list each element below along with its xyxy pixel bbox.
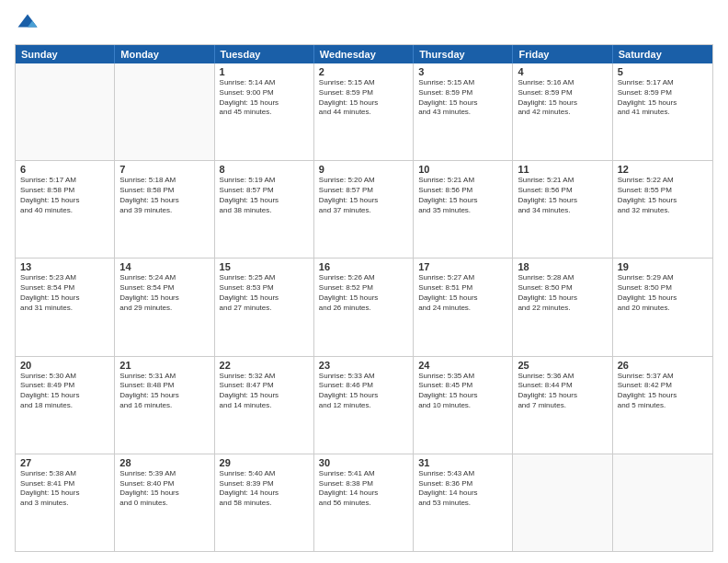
cell-info: Sunrise: 5:32 AM Sunset: 8:47 PM Dayligh…	[220, 372, 309, 411]
cal-cell: 7Sunrise: 5:18 AM Sunset: 8:58 PM Daylig…	[115, 161, 214, 258]
cell-info: Sunrise: 5:19 AM Sunset: 8:57 PM Dayligh…	[220, 176, 309, 215]
cal-cell: 14Sunrise: 5:24 AM Sunset: 8:54 PM Dayli…	[115, 259, 214, 355]
cell-info: Sunrise: 5:25 AM Sunset: 8:53 PM Dayligh…	[220, 273, 309, 313]
day-number: 13	[20, 261, 109, 272]
header-cell-tuesday: Tuesday	[215, 45, 314, 63]
cal-cell	[115, 63, 214, 160]
day-number: 2	[319, 66, 408, 77]
cal-cell: 11Sunrise: 5:21 AM Sunset: 8:56 PM Dayli…	[513, 161, 612, 258]
cell-info: Sunrise: 5:17 AM Sunset: 8:58 PM Dayligh…	[20, 176, 109, 215]
cell-info: Sunrise: 5:37 AM Sunset: 8:42 PM Dayligh…	[618, 372, 708, 411]
cell-info: Sunrise: 5:24 AM Sunset: 8:54 PM Dayligh…	[119, 273, 209, 313]
cell-info: Sunrise: 5:22 AM Sunset: 8:55 PM Dayligh…	[618, 176, 708, 215]
cell-info: Sunrise: 5:39 AM Sunset: 8:40 PM Dayligh…	[119, 469, 209, 509]
cal-cell: 5Sunrise: 5:17 AM Sunset: 8:59 PM Daylig…	[613, 63, 712, 160]
day-number: 24	[418, 360, 507, 371]
calendar-header: SundayMondayTuesdayWednesdayThursdayFrid…	[16, 45, 712, 63]
cal-cell: 19Sunrise: 5:29 AM Sunset: 8:50 PM Dayli…	[613, 259, 712, 355]
day-number: 15	[220, 261, 309, 272]
day-number: 26	[618, 360, 708, 371]
cell-info: Sunrise: 5:20 AM Sunset: 8:57 PM Dayligh…	[319, 176, 408, 215]
day-number: 22	[220, 360, 309, 371]
calendar-row-5: 27Sunrise: 5:38 AM Sunset: 8:41 PM Dayli…	[16, 454, 712, 551]
cal-cell: 31Sunrise: 5:43 AM Sunset: 8:36 PM Dayli…	[414, 454, 513, 551]
cal-cell: 22Sunrise: 5:32 AM Sunset: 8:47 PM Dayli…	[215, 357, 314, 454]
cell-info: Sunrise: 5:36 AM Sunset: 8:44 PM Dayligh…	[518, 372, 607, 411]
day-number: 21	[119, 360, 209, 371]
cal-cell: 23Sunrise: 5:33 AM Sunset: 8:46 PM Dayli…	[314, 357, 414, 454]
day-number: 25	[518, 360, 607, 371]
cal-cell: 10Sunrise: 5:21 AM Sunset: 8:56 PM Dayli…	[414, 161, 513, 258]
cal-cell: 25Sunrise: 5:36 AM Sunset: 8:44 PM Dayli…	[513, 357, 612, 454]
cell-info: Sunrise: 5:15 AM Sunset: 8:59 PM Dayligh…	[319, 78, 408, 118]
day-number: 11	[518, 164, 607, 175]
cal-cell: 24Sunrise: 5:35 AM Sunset: 8:45 PM Dayli…	[414, 357, 513, 454]
cell-info: Sunrise: 5:17 AM Sunset: 8:59 PM Dayligh…	[618, 78, 708, 118]
calendar-row-1: 1Sunrise: 5:14 AM Sunset: 9:00 PM Daylig…	[16, 63, 712, 161]
cal-cell: 4Sunrise: 5:16 AM Sunset: 8:59 PM Daylig…	[513, 63, 612, 160]
cell-info: Sunrise: 5:33 AM Sunset: 8:46 PM Dayligh…	[319, 372, 408, 411]
day-number: 23	[319, 360, 408, 371]
cell-info: Sunrise: 5:28 AM Sunset: 8:50 PM Dayligh…	[518, 273, 607, 313]
cal-cell: 6Sunrise: 5:17 AM Sunset: 8:58 PM Daylig…	[16, 161, 115, 258]
cell-info: Sunrise: 5:26 AM Sunset: 8:52 PM Dayligh…	[319, 273, 408, 313]
cal-cell: 20Sunrise: 5:30 AM Sunset: 8:49 PM Dayli…	[16, 357, 115, 454]
cal-cell: 3Sunrise: 5:15 AM Sunset: 8:59 PM Daylig…	[414, 63, 513, 160]
cal-cell: 12Sunrise: 5:22 AM Sunset: 8:55 PM Dayli…	[613, 161, 712, 258]
cal-cell: 2Sunrise: 5:15 AM Sunset: 8:59 PM Daylig…	[314, 63, 414, 160]
cal-cell: 15Sunrise: 5:25 AM Sunset: 8:53 PM Dayli…	[215, 259, 314, 355]
logo-icon	[15, 11, 40, 37]
cell-info: Sunrise: 5:21 AM Sunset: 8:56 PM Dayligh…	[418, 176, 507, 215]
cell-info: Sunrise: 5:35 AM Sunset: 8:45 PM Dayligh…	[418, 372, 507, 411]
cell-info: Sunrise: 5:41 AM Sunset: 8:38 PM Dayligh…	[319, 469, 408, 509]
header-cell-sunday: Sunday	[16, 45, 115, 63]
day-number: 18	[518, 261, 607, 272]
cell-info: Sunrise: 5:38 AM Sunset: 8:41 PM Dayligh…	[20, 469, 109, 509]
cell-info: Sunrise: 5:29 AM Sunset: 8:50 PM Dayligh…	[618, 273, 708, 313]
cal-cell: 13Sunrise: 5:23 AM Sunset: 8:54 PM Dayli…	[16, 259, 115, 355]
day-number: 30	[319, 457, 408, 468]
cell-info: Sunrise: 5:43 AM Sunset: 8:36 PM Dayligh…	[418, 469, 507, 509]
day-number: 20	[20, 360, 109, 371]
cell-info: Sunrise: 5:27 AM Sunset: 8:51 PM Dayligh…	[418, 273, 507, 313]
day-number: 31	[418, 457, 507, 468]
cell-info: Sunrise: 5:21 AM Sunset: 8:56 PM Dayligh…	[518, 176, 607, 215]
cal-cell: 21Sunrise: 5:31 AM Sunset: 8:48 PM Dayli…	[115, 357, 214, 454]
day-number: 12	[618, 164, 708, 175]
header-cell-monday: Monday	[115, 45, 214, 63]
day-number: 19	[618, 261, 708, 272]
cal-cell: 29Sunrise: 5:40 AM Sunset: 8:39 PM Dayli…	[215, 454, 314, 551]
cal-cell: 1Sunrise: 5:14 AM Sunset: 9:00 PM Daylig…	[215, 63, 314, 160]
cal-cell	[613, 454, 712, 551]
header-cell-friday: Friday	[513, 45, 612, 63]
day-number: 29	[220, 457, 309, 468]
cal-cell: 9Sunrise: 5:20 AM Sunset: 8:57 PM Daylig…	[314, 161, 414, 258]
cal-cell: 27Sunrise: 5:38 AM Sunset: 8:41 PM Dayli…	[16, 454, 115, 551]
cell-info: Sunrise: 5:23 AM Sunset: 8:54 PM Dayligh…	[20, 273, 109, 313]
cell-info: Sunrise: 5:40 AM Sunset: 8:39 PM Dayligh…	[220, 469, 309, 509]
cell-info: Sunrise: 5:15 AM Sunset: 8:59 PM Dayligh…	[418, 78, 507, 118]
calendar-row-2: 6Sunrise: 5:17 AM Sunset: 8:58 PM Daylig…	[16, 161, 712, 259]
calendar-body: 1Sunrise: 5:14 AM Sunset: 9:00 PM Daylig…	[16, 63, 712, 551]
logo	[15, 11, 44, 37]
cal-cell: 16Sunrise: 5:26 AM Sunset: 8:52 PM Dayli…	[314, 259, 414, 355]
day-number: 10	[418, 164, 507, 175]
cal-cell: 30Sunrise: 5:41 AM Sunset: 8:38 PM Dayli…	[314, 454, 414, 551]
cal-cell	[16, 63, 115, 160]
calendar: SundayMondayTuesdayWednesdayThursdayFrid…	[15, 44, 713, 552]
day-number: 9	[319, 164, 408, 175]
page-header	[15, 11, 713, 37]
cal-cell: 18Sunrise: 5:28 AM Sunset: 8:50 PM Dayli…	[513, 259, 612, 355]
day-number: 14	[119, 261, 209, 272]
cell-info: Sunrise: 5:31 AM Sunset: 8:48 PM Dayligh…	[119, 372, 209, 411]
day-number: 5	[618, 66, 708, 77]
cell-info: Sunrise: 5:14 AM Sunset: 9:00 PM Dayligh…	[220, 78, 309, 118]
day-number: 17	[418, 261, 507, 272]
day-number: 3	[418, 66, 507, 77]
header-cell-wednesday: Wednesday	[314, 45, 414, 63]
cal-cell: 17Sunrise: 5:27 AM Sunset: 8:51 PM Dayli…	[414, 259, 513, 355]
calendar-row-4: 20Sunrise: 5:30 AM Sunset: 8:49 PM Dayli…	[16, 357, 712, 454]
day-number: 8	[220, 164, 309, 175]
day-number: 28	[119, 457, 209, 468]
cell-info: Sunrise: 5:16 AM Sunset: 8:59 PM Dayligh…	[518, 78, 607, 118]
